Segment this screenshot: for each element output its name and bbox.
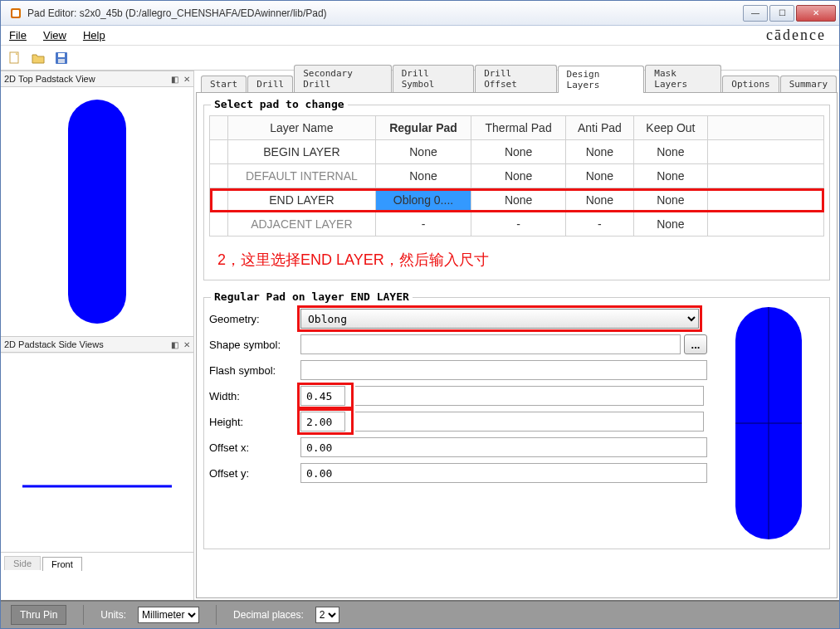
select-pad-group: Select pad to change Layer Name Regular … — [203, 105, 830, 280]
tab-side[interactable]: Side — [4, 556, 41, 570]
titlebar: Pad Editor: s2x0_45b (D:/allegro_CHENSHA… — [1, 1, 839, 26]
tab-drill[interactable]: Drill — [247, 76, 293, 92]
save-icon[interactable] — [54, 51, 69, 66]
shape-browse-button[interactable]: ... — [684, 334, 707, 354]
width-input[interactable] — [300, 386, 345, 406]
tab-front[interactable]: Front — [42, 557, 82, 571]
decimal-select[interactable]: 2 — [315, 607, 339, 623]
close-panel-icon[interactable]: ✕ — [183, 75, 190, 84]
tab-mask-layers[interactable]: Mask Layers — [645, 65, 721, 92]
main-tabs: Start Drill Secondary Drill Drill Symbol… — [196, 72, 838, 92]
col-anti-pad: Anti Pad — [565, 116, 633, 140]
col-regular-pad: Regular Pad — [375, 116, 471, 140]
offset-x-input[interactable] — [300, 437, 707, 457]
maximize-button[interactable]: ☐ — [769, 5, 794, 22]
tab-options[interactable]: Options — [722, 76, 779, 92]
units-select[interactable]: Millimeter — [138, 607, 199, 623]
thru-pin-button[interactable]: Thru Pin — [11, 605, 66, 625]
annotation-text: 2，这里选择END LAYER，然后输入尺寸 — [217, 250, 824, 270]
tab-secondary-drill[interactable]: Secondary Drill — [294, 65, 391, 92]
regular-pad-group: Regular Pad on layer END LAYER Geometry:… — [203, 297, 830, 549]
width-label: Width: — [209, 390, 300, 402]
tab-drill-symbol[interactable]: Drill Symbol — [393, 65, 474, 92]
open-icon[interactable] — [31, 51, 46, 66]
col-keep-out: Keep Out — [633, 116, 707, 140]
layer-table: Layer Name Regular Pad Thermal Pad Anti … — [209, 115, 824, 236]
shape-symbol-input[interactable] — [300, 334, 681, 354]
new-icon[interactable] — [7, 51, 22, 66]
top-padstack-view — [1, 87, 193, 336]
statusbar: Thru Pin Units: Millimeter Decimal place… — [1, 600, 839, 628]
brand-logo: cādence — [766, 27, 831, 44]
menu-file[interactable]: File — [9, 29, 27, 41]
table-row[interactable]: ADJACENT LAYER - - - None — [210, 212, 824, 236]
pad-preview — [719, 303, 818, 544]
side-padstack-view — [1, 353, 193, 552]
window-title: Pad Editor: s2x0_45b (D:/allegro_CHENSHA… — [27, 7, 743, 19]
table-row[interactable]: DEFAULT INTERNAL None None None None — [210, 164, 824, 188]
side-view-header: 2D Padstack Side Views ◧✕ — [1, 336, 193, 353]
regular-pad-cell-end[interactable]: Oblong 0.... — [375, 188, 471, 212]
height-input[interactable] — [300, 412, 345, 432]
close-button[interactable]: ✕ — [796, 5, 836, 22]
units-label: Units: — [100, 609, 126, 621]
svg-rect-6 — [58, 59, 65, 63]
table-row[interactable]: END LAYER Oblong 0.... None None None — [210, 188, 824, 212]
undock-icon[interactable]: ◧ — [171, 75, 178, 84]
svg-rect-5 — [58, 53, 65, 57]
col-thermal-pad: Thermal Pad — [471, 116, 566, 140]
offset-y-input[interactable] — [300, 463, 707, 483]
geometry-label: Geometry: — [209, 313, 300, 325]
app-icon — [9, 7, 22, 20]
minimize-button[interactable]: — — [743, 5, 768, 22]
flash-symbol-input[interactable] — [300, 360, 707, 380]
tab-drill-offset[interactable]: Drill Offset — [475, 65, 556, 92]
top-view-header: 2D Top Padstack View ◧✕ — [1, 71, 193, 87]
decimal-label: Decimal places: — [233, 609, 304, 621]
col-layer-name: Layer Name — [228, 116, 376, 140]
svg-rect-1 — [12, 10, 19, 17]
undock-icon[interactable]: ◧ — [171, 340, 178, 349]
offset-x-label: Offset x: — [209, 441, 300, 454]
shape-symbol-label: Shape symbol: — [209, 339, 300, 351]
table-row[interactable]: BEGIN LAYER None None None None — [210, 140, 824, 164]
tab-start[interactable]: Start — [201, 76, 247, 92]
menubar: File View Help cādence — [1, 26, 839, 46]
app-window: Pad Editor: s2x0_45b (D:/allegro_CHENSHA… — [0, 0, 840, 629]
flash-symbol-label: Flash symbol: — [209, 364, 300, 377]
menu-help[interactable]: Help — [83, 29, 105, 41]
tab-design-layers[interactable]: Design Layers — [558, 66, 645, 93]
tab-summary[interactable]: Summary — [780, 76, 837, 92]
svg-rect-7 — [68, 100, 126, 324]
geometry-select[interactable]: Oblong — [300, 309, 699, 329]
menu-view[interactable]: View — [43, 29, 66, 41]
offset-y-label: Offset y: — [209, 467, 300, 480]
close-panel-icon[interactable]: ✕ — [183, 340, 190, 349]
height-label: Height: — [209, 416, 300, 428]
